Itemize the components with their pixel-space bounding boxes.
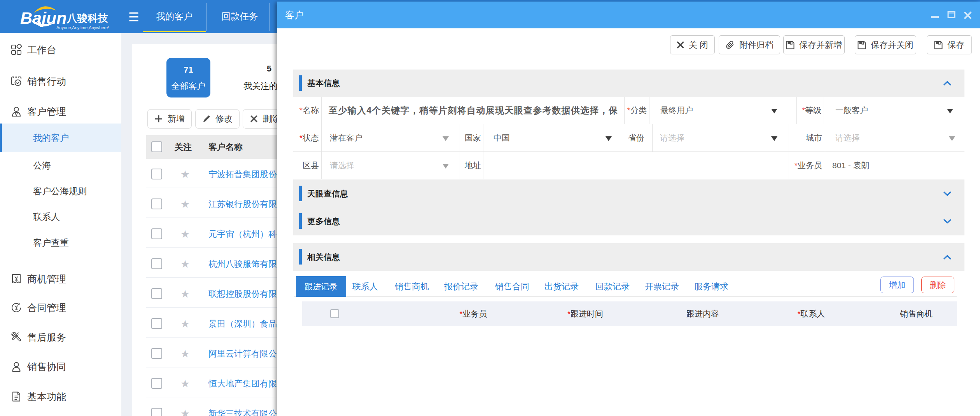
svg-text:Anyone,Anytime,Anywhere!: Anyone,Anytime,Anywhere!: [56, 25, 109, 30]
svg-text:Bajun: Bajun: [20, 9, 66, 27]
svg-text:八骏科技: 八骏科技: [66, 12, 108, 24]
